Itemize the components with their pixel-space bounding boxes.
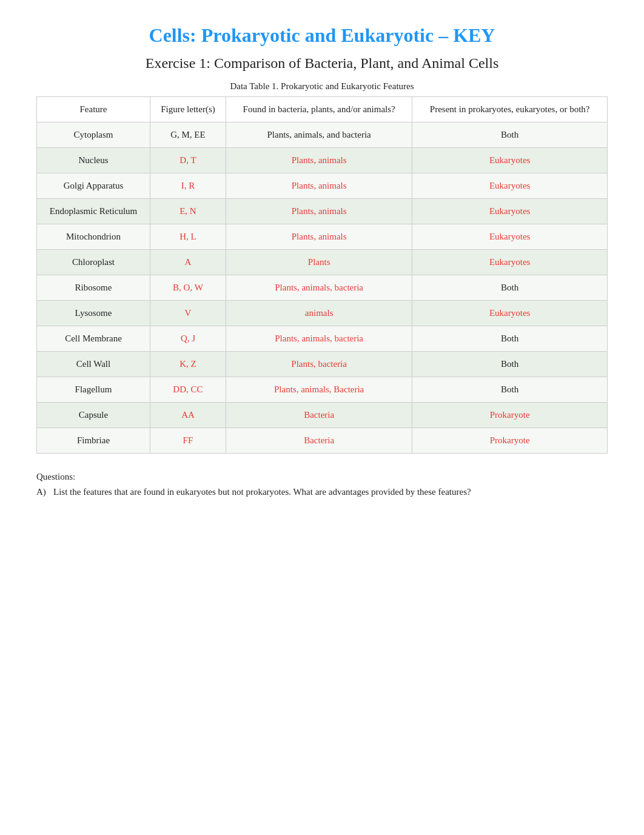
col-header-found: Found in bacteria, plants, and/or animal…	[226, 97, 412, 122]
table-cell: B, O, W	[150, 275, 226, 301]
table-cell: Plants, animals, and bacteria	[226, 122, 412, 148]
table-cell: Golgi Apparatus	[37, 173, 150, 199]
table-cell: Plants, animals	[226, 173, 412, 199]
table-cell: animals	[226, 301, 412, 326]
table-cell: H, L	[150, 224, 226, 250]
table-cell: D, T	[150, 148, 226, 173]
col-header-present: Present in prokaryotes, eukaryotes, or b…	[412, 97, 608, 122]
table-cell: Eukaryotes	[412, 224, 608, 250]
table-cell: Nucleus	[37, 148, 150, 173]
table-cell: Prokaryote	[412, 403, 608, 428]
question-a-text: List the features that are found in euka…	[53, 487, 471, 497]
table-cell: Cell Wall	[37, 352, 150, 377]
table-cell: Plants, animals, bacteria	[226, 326, 412, 352]
table-cell: Flagellum	[37, 377, 150, 403]
table-cell: Cytoplasm	[37, 122, 150, 148]
table-cell: Plants, animals, Bacteria	[226, 377, 412, 403]
table-cell: Eukaryotes	[412, 301, 608, 326]
table-cell: Both	[412, 122, 608, 148]
question-a-label: A)	[36, 487, 49, 497]
table-cell: Ribosome	[37, 275, 150, 301]
table-cell: Plants, bacteria	[226, 352, 412, 377]
table-cell: K, Z	[150, 352, 226, 377]
question-a: A) List the features that are found in e…	[36, 487, 608, 497]
table-cell: Plants, animals, bacteria	[226, 275, 412, 301]
table-caption: Data Table 1. Prokaryotic and Eukaryotic…	[36, 81, 608, 92]
table-cell: I, R	[150, 173, 226, 199]
exercise-title: Exercise 1: Comparison of Bacteria, Plan…	[36, 55, 608, 72]
table-row: ChloroplastAPlantsEukaryotes	[37, 250, 608, 275]
table-cell: Eukaryotes	[412, 148, 608, 173]
table-cell: Chloroplast	[37, 250, 150, 275]
table-row: MitochondrionH, LPlants, animalsEukaryot…	[37, 224, 608, 250]
col-header-feature: Feature	[37, 97, 150, 122]
table-row: CytoplasmG, M, EEPlants, animals, and ba…	[37, 122, 608, 148]
table-row: LysosomeVanimalsEukaryotes	[37, 301, 608, 326]
questions-section: Questions: A) List the features that are…	[36, 472, 608, 497]
table-cell: Eukaryotes	[412, 199, 608, 224]
table-cell: Eukaryotes	[412, 250, 608, 275]
table-cell: V	[150, 301, 226, 326]
table-header-row: Feature Figure letter(s) Found in bacter…	[37, 97, 608, 122]
table-row: Cell WallK, ZPlants, bacteriaBoth	[37, 352, 608, 377]
table-cell: Cell Membrane	[37, 326, 150, 352]
table-row: CapsuleAABacteriaProkaryote	[37, 403, 608, 428]
table-cell: Lysosome	[37, 301, 150, 326]
table-cell: Plants, animals	[226, 199, 412, 224]
table-cell: AA	[150, 403, 226, 428]
table-cell: Mitochondrion	[37, 224, 150, 250]
table-cell: A	[150, 250, 226, 275]
table-row: NucleusD, TPlants, animalsEukaryotes	[37, 148, 608, 173]
table-row: RibosomeB, O, WPlants, animals, bacteria…	[37, 275, 608, 301]
table-row: FlagellumDD, CCPlants, animals, Bacteria…	[37, 377, 608, 403]
table-row: Endoplasmic ReticulumE, NPlants, animals…	[37, 199, 608, 224]
table-cell: Eukaryotes	[412, 173, 608, 199]
table-row: Cell MembraneQ, JPlants, animals, bacter…	[37, 326, 608, 352]
table-row: FimbriaeFFBacteriaProkaryote	[37, 428, 608, 454]
table-cell: Both	[412, 352, 608, 377]
table-cell: G, M, EE	[150, 122, 226, 148]
table-cell: E, N	[150, 199, 226, 224]
table-cell: DD, CC	[150, 377, 226, 403]
data-table: Feature Figure letter(s) Found in bacter…	[36, 96, 608, 454]
table-cell: Q, J	[150, 326, 226, 352]
table-cell: Plants	[226, 250, 412, 275]
table-cell: Bacteria	[226, 428, 412, 454]
table-cell: Plants, animals	[226, 224, 412, 250]
col-header-letters: Figure letter(s)	[150, 97, 226, 122]
table-cell: Both	[412, 326, 608, 352]
table-cell: Bacteria	[226, 403, 412, 428]
table-cell: Prokaryote	[412, 428, 608, 454]
table-cell: Capsule	[37, 403, 150, 428]
table-cell: Both	[412, 377, 608, 403]
table-row: Golgi ApparatusI, RPlants, animalsEukary…	[37, 173, 608, 199]
table-cell: FF	[150, 428, 226, 454]
table-cell: Both	[412, 275, 608, 301]
questions-label: Questions:	[36, 472, 608, 482]
table-cell: Endoplasmic Reticulum	[37, 199, 150, 224]
table-cell: Plants, animals	[226, 148, 412, 173]
table-cell: Fimbriae	[37, 428, 150, 454]
page-title: Cells: Prokaryotic and Eukaryotic – KEY	[36, 24, 608, 47]
